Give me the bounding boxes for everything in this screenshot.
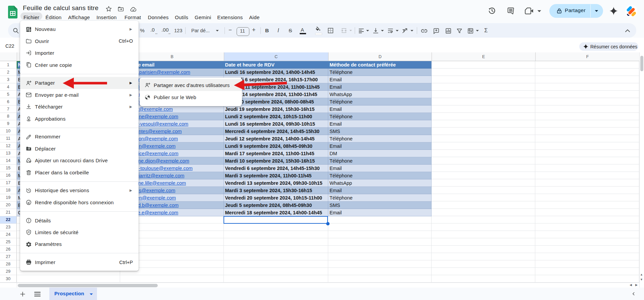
svg-text:@: @ [28,230,30,233]
